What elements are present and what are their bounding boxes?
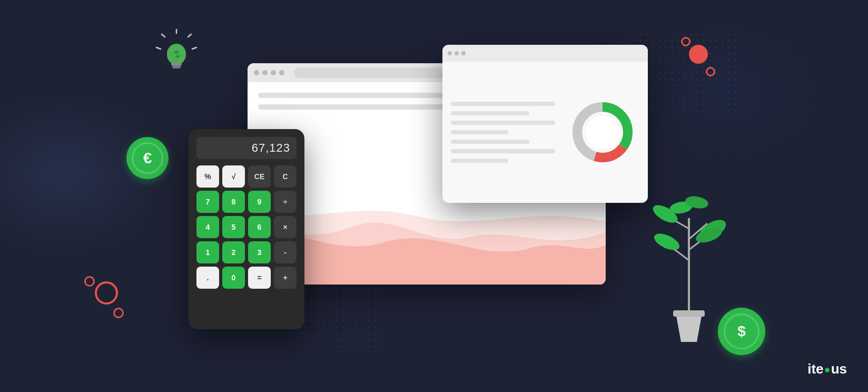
calc-btn-5[interactable]: 5 bbox=[222, 216, 245, 238]
logo-text-ite: ite bbox=[807, 361, 823, 377]
browser-dot-2 bbox=[262, 70, 268, 75]
analytics-line-6 bbox=[451, 149, 555, 153]
svg-rect-8 bbox=[172, 66, 181, 68]
svg-line-2 bbox=[192, 47, 196, 49]
calc-btn-9[interactable]: 9 bbox=[248, 191, 271, 213]
calc-btn-0[interactable]: 0 bbox=[222, 267, 245, 289]
calc-btn-c[interactable]: C bbox=[274, 165, 297, 188]
analytics-line-2 bbox=[451, 111, 529, 115]
content-line-2 bbox=[258, 104, 460, 110]
browser-dot-1 bbox=[254, 70, 259, 75]
browser-dot-3 bbox=[271, 70, 276, 75]
calc-btn-7[interactable]: 7 bbox=[196, 191, 219, 213]
donut-chart bbox=[568, 98, 637, 166]
calc-btn-6[interactable]: 6 bbox=[248, 216, 271, 238]
analytics-text-area bbox=[451, 70, 555, 194]
browser-front-dot-2 bbox=[455, 51, 459, 55]
analytics-content bbox=[442, 62, 648, 203]
red-circles-bottom-left bbox=[84, 276, 126, 318]
calc-btn-ce[interactable]: CE bbox=[248, 165, 271, 188]
calc-btn-multiply[interactable]: × bbox=[274, 216, 297, 238]
svg-rect-27 bbox=[673, 310, 705, 317]
analytics-chart-area bbox=[566, 70, 639, 194]
analytics-line-5 bbox=[451, 140, 529, 144]
analytics-line-4 bbox=[451, 130, 508, 134]
analytics-line-1 bbox=[451, 102, 555, 106]
calc-btn-minus[interactable]: - bbox=[274, 241, 297, 263]
calc-btn-sqrt[interactable]: √ bbox=[222, 165, 245, 188]
dollar-symbol: $ bbox=[724, 313, 760, 349]
svg-line-3 bbox=[162, 34, 165, 37]
calc-btn-dot[interactable]: . bbox=[196, 267, 219, 289]
red-circles-top-right bbox=[678, 37, 715, 79]
calculator-display: 67,123 bbox=[196, 137, 297, 159]
browser-window-analytics bbox=[442, 45, 648, 203]
calculator: 67,123 % √ CE C 7 8 9 ÷ 4 5 6 × 1 2 3 - … bbox=[189, 129, 304, 329]
calc-btn-3[interactable]: 3 bbox=[248, 241, 271, 263]
logo-text-us: us bbox=[831, 361, 847, 377]
calc-btn-1[interactable]: 1 bbox=[196, 241, 219, 263]
calc-btn-percent[interactable]: % bbox=[196, 165, 219, 188]
svg-line-1 bbox=[188, 34, 191, 37]
red-circle-small-bottom bbox=[113, 308, 124, 318]
red-circle-large bbox=[95, 281, 118, 305]
red-circle-outline-bottom bbox=[706, 67, 715, 76]
calculator-buttons: % √ CE C 7 8 9 ÷ 4 5 6 × 1 2 3 - . 0 = + bbox=[196, 165, 297, 289]
svg-point-6 bbox=[167, 44, 186, 65]
calc-btn-plus[interactable]: + bbox=[274, 267, 297, 289]
euro-symbol: € bbox=[132, 142, 163, 174]
plant-svg bbox=[652, 192, 726, 360]
lightbulb-svg bbox=[155, 29, 198, 76]
browser-dot-4 bbox=[279, 70, 284, 75]
calc-btn-equals[interactable]: = bbox=[248, 267, 271, 289]
svg-point-14 bbox=[586, 115, 619, 149]
analytics-line-3 bbox=[451, 121, 555, 125]
logo: ite ● us bbox=[807, 361, 847, 377]
red-circle-small-top bbox=[84, 276, 95, 287]
red-circle-outline-small bbox=[681, 37, 691, 46]
browser-front-titlebar bbox=[442, 45, 648, 62]
logo-circle-icon: ● bbox=[824, 364, 831, 375]
svg-rect-7 bbox=[171, 63, 182, 66]
analytics-line-7 bbox=[451, 159, 508, 163]
calc-btn-divide[interactable]: ÷ bbox=[274, 191, 297, 213]
calc-btn-2[interactable]: 2 bbox=[222, 241, 245, 263]
lightbulb-icon bbox=[155, 29, 198, 76]
calc-btn-4[interactable]: 4 bbox=[196, 216, 219, 238]
browser-front-dot-1 bbox=[448, 51, 452, 55]
svg-point-24 bbox=[652, 230, 682, 253]
red-circle-solid-large bbox=[689, 45, 708, 64]
svg-line-4 bbox=[156, 47, 161, 49]
plant-decoration bbox=[652, 192, 726, 360]
euro-coin: € bbox=[126, 137, 169, 179]
calc-btn-8[interactable]: 8 bbox=[222, 191, 245, 213]
browser-front-dot-3 bbox=[461, 51, 466, 55]
